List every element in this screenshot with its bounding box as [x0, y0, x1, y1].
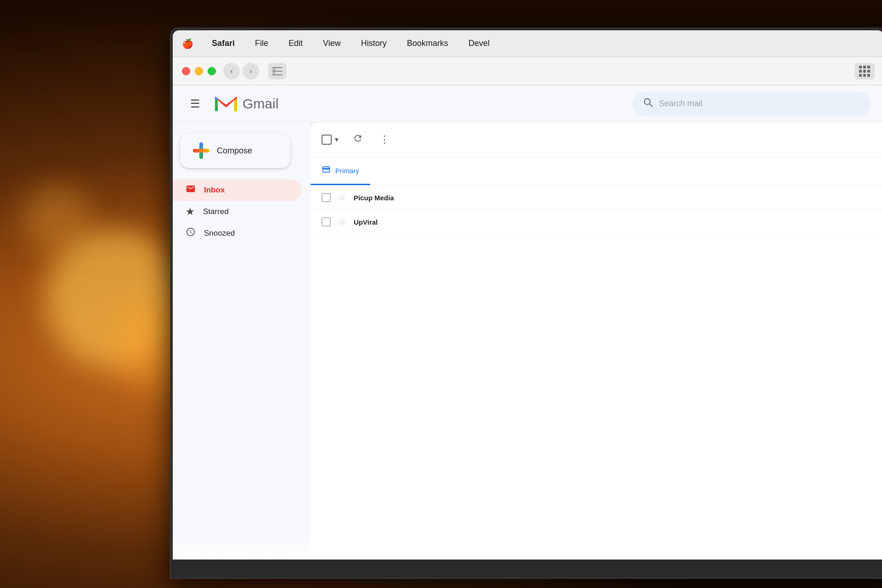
- gmail-app: ☰: [173, 85, 882, 560]
- star-button[interactable]: ☆: [338, 192, 346, 203]
- compose-button[interactable]: Compose: [180, 133, 290, 168]
- back-arrow-icon: ‹: [230, 67, 232, 75]
- svg-point-10: [645, 98, 650, 104]
- compose-label: Compose: [217, 146, 252, 156]
- email-sender: Picup Media: [354, 194, 446, 202]
- sidebar-item-inbox[interactable]: Inbox: [173, 179, 301, 201]
- sidebar-toggle-button[interactable]: [268, 63, 287, 79]
- gmail-main: ▼ ⋮: [311, 122, 882, 560]
- search-bar[interactable]: Search mail: [632, 92, 871, 116]
- sidebar-inbox-label: Inbox: [204, 186, 225, 195]
- star-icon: ★: [186, 206, 195, 218]
- safari-toolbar: ‹ ›: [173, 57, 882, 85]
- email-list: ☆ Picup Media ☆ UpViral: [311, 186, 882, 234]
- svg-line-11: [650, 104, 653, 107]
- more-options-button[interactable]: ⋮: [376, 130, 393, 149]
- safari-menu[interactable]: Safari: [208, 37, 238, 50]
- svg-marker-5: [215, 96, 237, 111]
- gmail-tabs: Primary: [311, 158, 882, 186]
- laptop-frame: 🍎 Safari File Edit View History Bookmark…: [170, 28, 882, 579]
- minimize-button[interactable]: [195, 67, 203, 75]
- table-row[interactable]: ☆ Picup Media: [311, 186, 882, 210]
- gmail-menu-icon[interactable]: ☰: [186, 93, 205, 115]
- traffic-lights: [182, 67, 216, 75]
- svg-marker-4: [215, 96, 237, 111]
- devel-menu[interactable]: Devel: [465, 37, 493, 50]
- app-grid-button[interactable]: [854, 63, 875, 79]
- table-row[interactable]: ☆ UpViral: [311, 210, 882, 234]
- macos-menubar: 🍎 Safari File Edit View History Bookmark…: [173, 30, 882, 57]
- gmail-header: ☰: [173, 85, 882, 122]
- gmail-toolbar: ▼ ⋮: [311, 122, 882, 158]
- maximize-button[interactable]: [208, 67, 216, 75]
- compose-plus-icon: [193, 142, 209, 159]
- svg-rect-3: [272, 74, 283, 75]
- email-sender: UpViral: [354, 218, 446, 226]
- search-icon: [643, 97, 653, 110]
- select-all-wrap[interactable]: ▼: [322, 135, 340, 145]
- back-button[interactable]: ‹: [223, 63, 240, 79]
- sidebar-snoozed-label: Snoozed: [204, 229, 235, 238]
- gmail-logo: Gmail: [214, 95, 278, 113]
- inbox-icon: [186, 184, 196, 197]
- gmail-sidebar: Compose Inbox ★ Starred: [173, 122, 311, 560]
- tab-primary[interactable]: Primary: [311, 158, 370, 185]
- gmail-wordmark: Gmail: [243, 96, 278, 112]
- gmail-m-logo: [214, 95, 238, 113]
- sidebar-item-snoozed[interactable]: Snoozed: [173, 222, 301, 244]
- svg-rect-2: [272, 71, 283, 72]
- email-checkbox[interactable]: [322, 193, 331, 202]
- tab-primary-label: Primary: [335, 167, 359, 175]
- forward-arrow-icon: ›: [249, 67, 252, 75]
- svg-marker-9: [234, 98, 237, 111]
- sidebar-item-starred[interactable]: ★ Starred: [173, 201, 301, 222]
- file-menu[interactable]: File: [251, 37, 272, 50]
- view-menu[interactable]: View: [319, 37, 345, 50]
- search-placeholder-text: Search mail: [659, 99, 702, 108]
- refresh-button[interactable]: [349, 130, 367, 150]
- laptop-screen: 🍎 Safari File Edit View History Bookmark…: [173, 30, 882, 560]
- select-dropdown-arrow[interactable]: ▼: [334, 136, 340, 143]
- primary-tab-icon: [322, 165, 331, 176]
- svg-rect-1: [272, 67, 283, 68]
- close-button[interactable]: [182, 67, 190, 75]
- gmail-body: Compose Inbox ★ Starred: [173, 122, 882, 560]
- select-all-checkbox[interactable]: [322, 135, 332, 145]
- sidebar-toggle-icon: [272, 67, 283, 75]
- edit-menu[interactable]: Edit: [285, 37, 306, 50]
- clock-icon: [186, 227, 196, 240]
- app-grid-icon: [859, 66, 870, 77]
- history-menu[interactable]: History: [357, 37, 390, 50]
- bokeh-light-3: [23, 184, 92, 253]
- forward-button[interactable]: ›: [243, 63, 259, 79]
- apple-menu[interactable]: 🍎: [182, 38, 193, 49]
- email-checkbox[interactable]: [322, 217, 331, 226]
- bookmarks-menu[interactable]: Bookmarks: [403, 37, 452, 50]
- star-button[interactable]: ☆: [338, 216, 346, 227]
- nav-group: ‹ ›: [223, 63, 259, 79]
- svg-marker-8: [215, 98, 218, 111]
- sidebar-starred-label: Starred: [203, 207, 229, 216]
